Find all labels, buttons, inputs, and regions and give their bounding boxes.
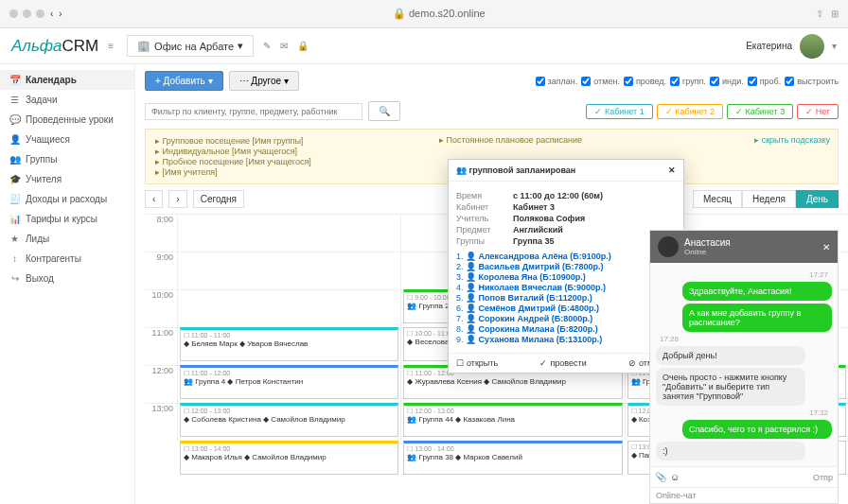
open-button[interactable]: ☐ открыть (456, 358, 498, 368)
chat-avatar (658, 236, 679, 257)
topbar: АльфаCRM ≡ 🏢 Офис на Арбате ▾ ✎ ✉ 🔒 Екат… (0, 28, 848, 64)
emoji-icon[interactable]: ☺ (670, 472, 680, 482)
add-button[interactable]: + Добавить ▾ (145, 71, 223, 91)
chat-message: Спасибо, чего то я растерялся :) (682, 420, 832, 439)
room-chip[interactable]: ✓ Кабинет 3 (727, 104, 793, 119)
close-icon[interactable]: ✕ (668, 165, 676, 175)
menu-icon[interactable]: ≡ (108, 41, 114, 51)
sidebar-item[interactable]: 🎓Учителя (0, 169, 134, 189)
sidebar-item[interactable]: ☰Задачи (0, 90, 134, 110)
sidebar-label: Лиды (26, 234, 49, 244)
view-tab[interactable]: Неделя (742, 190, 796, 208)
hint-row: ▸ Индивидуальное [Имя учащегося] (155, 147, 828, 156)
user-name[interactable]: Екатерина (746, 41, 792, 51)
calendar-event[interactable]: ☐ 11:00 - 12:00👥 Группа 4 ◆ Петров Конст… (180, 365, 398, 399)
student-link[interactable]: 8. 👤 Сорокина Милана (Б:8200р.) (456, 324, 676, 334)
attach-icon[interactable]: 📎 (655, 472, 666, 482)
calendar-event[interactable]: ☐ 12:00 - 13:00◆ Соболева Кристина ◆ Сам… (180, 403, 398, 437)
sidebar-item[interactable]: 📊Тарифы и курсы (0, 209, 134, 229)
time-label: 8:00 (145, 214, 177, 252)
user-dropdown-icon[interactable]: ▾ (832, 41, 837, 51)
filter-checkbox[interactable]: провед. (624, 77, 666, 86)
sidebar-label: Выход (26, 273, 54, 284)
student-link[interactable]: 9. 👤 Суханова Милана (Б:13100р.) (456, 335, 676, 344)
calendar-column[interactable]: ☐ 11:00 - 11:00◆ Беляев Марк ◆ Уваров Вя… (177, 214, 400, 441)
room-chip[interactable]: ✓ Кабинет 1 (586, 104, 652, 119)
filter-checkbox[interactable]: заплан. (536, 77, 578, 86)
lock-icon[interactable]: 🔒 (297, 41, 309, 51)
student-link[interactable]: 7. 👤 Сорокин Андрей (Б:8000р.) (456, 314, 676, 323)
student-link[interactable]: 3. 👤 Королева Яна (Б:10900р.) (456, 272, 676, 282)
today-button[interactable]: Сегодня (193, 190, 244, 208)
mail-icon[interactable]: ✉ (280, 41, 288, 51)
calendar-event[interactable]: ☐ 11:00 - 11:00◆ Беляев Марк ◆ Уваров Вя… (180, 327, 398, 361)
sidebar-icon: 💬 (9, 114, 20, 125)
sidebar-item[interactable]: ★Лиды (0, 229, 134, 249)
filter-checkbox[interactable]: выстроить (785, 77, 839, 86)
chat-message: Добрый день! (656, 346, 805, 365)
sidebar-item[interactable]: 📅Календарь (0, 70, 134, 90)
chat-header[interactable]: Анастасия Online ✕ (650, 231, 838, 263)
edit-icon[interactable]: ✎ (263, 41, 271, 51)
url-bar[interactable]: 🔒 demo.s20.online (68, 8, 810, 20)
room-chip[interactable]: ✓ Нет (797, 104, 839, 119)
forward-icon[interactable]: › (59, 9, 62, 19)
sidebar-label: Задачи (26, 95, 58, 105)
chat-message: Здравствуйте, Анастасия! (682, 282, 832, 301)
time-label: 11:00 (145, 327, 177, 365)
filter-checkbox[interactable]: отмен. (581, 77, 620, 86)
sidebar-item[interactable]: 👤Учащиеся (0, 130, 134, 149)
chat-close-icon[interactable]: ✕ (822, 242, 830, 252)
filter-checkbox[interactable]: инди. (710, 77, 744, 86)
logo[interactable]: АльфаCRM (11, 37, 98, 56)
calendar-event[interactable]: ☐ 13:00 - 14:00◆ Макаров Илья ◆ Самойлов… (180, 441, 398, 475)
share-icon[interactable]: ⇪ (816, 9, 823, 19)
conduct-button[interactable]: ✓ провести (539, 358, 586, 368)
office-selector[interactable]: 🏢 Офис на Арбате ▾ (127, 35, 254, 57)
sidebar-icon: 👤 (9, 134, 20, 145)
sidebar-icon: ↪ (9, 273, 20, 284)
back-icon[interactable]: ‹ (50, 9, 53, 19)
sidebar-item[interactable]: 👥Группы (0, 149, 134, 169)
student-link[interactable]: 5. 👤 Попов Виталий (Б:11200р.) (456, 293, 676, 303)
student-link[interactable]: 6. 👤 Семёнов Дмитрий (Б:4800р.) (456, 304, 676, 313)
filter-checkbox[interactable]: групп. (670, 77, 706, 86)
student-link[interactable]: 2. 👤 Васильев Дмитрий (Б:7800р.) (456, 262, 676, 271)
sidebar-icon: 📊 (9, 214, 20, 224)
time-label: 9:00 (145, 252, 177, 289)
sidebar-item[interactable]: ↪Выход (0, 269, 134, 288)
sidebar-item[interactable]: 💬Проведенные уроки (0, 110, 134, 130)
sidebar-item[interactable]: 🧾Доходы и расходы (0, 189, 134, 209)
sidebar-icon: ★ (9, 234, 20, 244)
student-link[interactable]: 4. 👤 Николаев Вячеслав (Б:9000р.) (456, 283, 676, 292)
sidebar-item[interactable]: ↕Контрагенты (0, 249, 134, 269)
next-button[interactable]: › (168, 190, 186, 208)
chat-input[interactable] (683, 473, 809, 482)
view-tab[interactable]: День (796, 190, 839, 208)
toolbar-primary: + Добавить ▾ ⋯ Другое ▾ заплан. отмен. п… (135, 64, 848, 97)
popover-title: 👥 групповой запланирован (456, 165, 575, 175)
calendar-event[interactable]: ☐ 12:00 - 13:00👥 Группа 44 ◆ Казакова Ли… (403, 403, 622, 437)
tabs-icon[interactable]: ⊞ (831, 9, 839, 19)
hide-hint-link[interactable]: ▸ скрыть подсказку (754, 135, 830, 145)
popover-detail-row: ПредметАнглийский (456, 225, 676, 235)
window-controls (9, 9, 44, 18)
toolbar-filter: 🔍 ✓ Кабинет 1✓ Кабинет 2✓ Кабинет 3✓ Нет (135, 97, 848, 129)
chat-message: :) (656, 442, 805, 461)
prev-button[interactable]: ‹ (145, 190, 163, 208)
content-area: + Добавить ▾ ⋯ Другое ▾ заплан. отмен. п… (135, 64, 848, 504)
sidebar-label: Проведенные уроки (26, 114, 114, 125)
other-button[interactable]: ⋯ Другое ▾ (229, 71, 299, 91)
calendar-event[interactable]: ☐ 13:00 - 14:00👥 Группа 38 ◆ Марков Саве… (403, 441, 622, 475)
search-button[interactable]: 🔍 (368, 101, 400, 121)
room-chip[interactable]: ✓ Кабинет 2 (657, 104, 723, 119)
send-button[interactable]: Отпр (813, 473, 833, 482)
view-tab[interactable]: Месяц (693, 190, 742, 208)
filter-input[interactable] (145, 103, 362, 120)
student-link[interactable]: 1. 👤 Александрова Алёна (Б:9100р.) (456, 252, 676, 261)
sidebar-icon: 🧾 (9, 194, 20, 204)
chat-name: Анастасия (684, 237, 731, 248)
avatar[interactable] (800, 34, 824, 59)
sidebar-icon: ↕ (9, 253, 20, 264)
filter-checkbox[interactable]: проб. (748, 77, 782, 86)
